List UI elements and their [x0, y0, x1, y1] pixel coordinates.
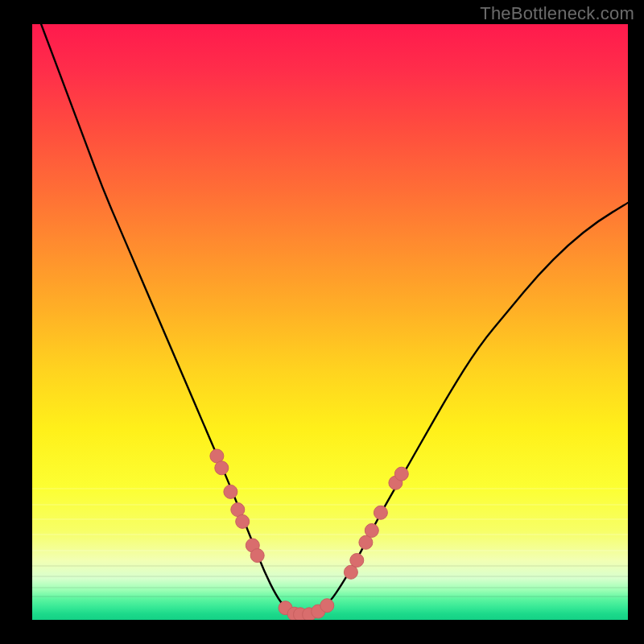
- curve-marker: [374, 506, 387, 519]
- watermark-text: TheBottleneck.com: [480, 3, 634, 24]
- curve-marker: [215, 461, 229, 475]
- curve-marker: [224, 485, 237, 498]
- curve-marker: [236, 514, 250, 528]
- curve-svg: [32, 24, 628, 620]
- curve-marker: [250, 549, 264, 563]
- chart-frame: TheBottleneck.com: [0, 0, 644, 644]
- curve-marker: [350, 554, 364, 568]
- bottleneck-curve: [32, 24, 628, 614]
- plot-area: [32, 24, 628, 620]
- curve-marker: [320, 599, 334, 613]
- curve-marker: [394, 467, 408, 481]
- curve-markers: [210, 449, 408, 620]
- curve-marker: [365, 524, 378, 538]
